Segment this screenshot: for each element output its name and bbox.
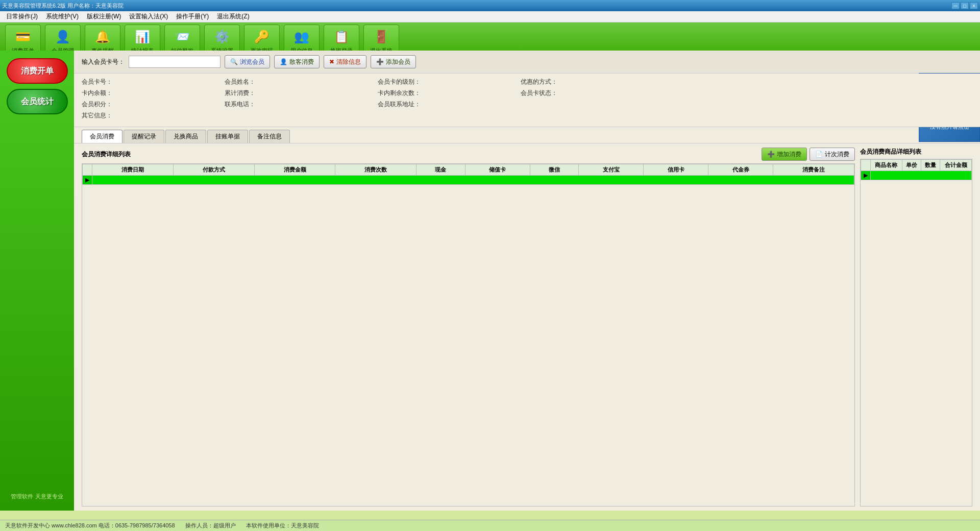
card-number-input[interactable] — [129, 56, 220, 68]
tab-pending-orders[interactable]: 挂账单据 — [207, 130, 248, 143]
sidebar-footer: 管理软件 天意更专业 — [11, 493, 63, 500]
window-controls: ─ □ × — [951, 2, 978, 9]
checkout-icon: 👤 — [280, 58, 287, 65]
title-text: 天意美容院管理系统6.2版 用户名称：天意美容院 — [2, 2, 124, 10]
col-indicator — [83, 164, 92, 176]
label-card-num: 会员卡号： — [82, 78, 117, 86]
left-table: 会员消费详细列表 ➕ 增加消费 📄 计次消费 — [82, 148, 855, 506]
label-discount: 优惠的方式： — [521, 78, 557, 86]
tab-member-consume[interactable]: 会员消费 — [82, 130, 122, 143]
left-table-title: 会员消费详细列表 — [82, 150, 131, 159]
add-member-button[interactable]: ➕ 添加会员 — [371, 55, 416, 68]
userinfo-icon: 👥 — [292, 28, 311, 46]
label-balance: 卡内余额： — [82, 89, 117, 98]
table-area: 会员消费详细列表 ➕ 增加消费 📄 计次消费 — [74, 143, 980, 511]
label-total-consume: 累计消费： — [225, 89, 260, 98]
exit-icon: 🚪 — [372, 28, 390, 46]
browse-member-button[interactable]: 🔍 浏览会员 — [225, 55, 270, 68]
menu-exit[interactable]: 退出系统(Z) — [213, 11, 253, 22]
col-unit-price: 单价 — [902, 160, 921, 171]
label-points: 会员积分： — [82, 100, 117, 109]
empty-row — [92, 176, 854, 185]
col-payment: 付款方式 — [173, 164, 254, 176]
tab-reminder-records[interactable]: 提醒记录 — [124, 130, 164, 143]
card-number-label: 输入会员卡号： — [82, 58, 125, 66]
consume-icon: 💳 — [14, 28, 32, 46]
col-goods-name: 商品名称 — [871, 160, 902, 171]
title-bar: 天意美容院管理系统6.2版 用户名称：天意美容院 ─ □ × — [0, 0, 980, 11]
right-table: 会员消费商品详细列表 商品名称 单价 数量 合计金额 — [860, 148, 972, 506]
col-total: 合计金额 — [940, 160, 972, 171]
menu-system-maint[interactable]: 系统维护(V) — [42, 11, 83, 22]
tabs: 会员消费 提醒记录 兑换商品 挂账单据 备注信息 — [74, 127, 980, 143]
label-card-status: 会员卡状态： — [521, 89, 557, 98]
status-company: 本软件使用单位：天意美容院 — [246, 522, 319, 529]
tab-notes[interactable]: 备注信息 — [249, 130, 290, 143]
label-other: 其它信息： — [82, 111, 117, 120]
menu-manual[interactable]: 操作手册(Y) — [172, 11, 213, 22]
label-remain-count: 卡内剩余次数： — [378, 89, 421, 98]
settings-icon: ⚙️ — [213, 28, 231, 46]
member-icon: 👤 — [54, 28, 72, 46]
col-stored-card: 储值卡 — [465, 164, 530, 176]
col-count: 消费次数 — [335, 164, 416, 176]
menu-daily-ops[interactable]: 日常操作(J) — [2, 11, 42, 22]
close-button[interactable]: × — [970, 2, 978, 9]
count-icon: 📄 — [815, 151, 823, 158]
report-icon: 📊 — [133, 28, 152, 46]
table-row-indicator-r: ▶ — [861, 171, 972, 180]
col-alipay: 支付宝 — [578, 164, 643, 176]
add-consume-icon: ➕ — [767, 151, 775, 158]
shift-icon: 📋 — [332, 28, 351, 46]
label-phone: 联系电话： — [225, 100, 260, 109]
col-credit: 信用卡 — [644, 164, 708, 176]
maximize-button[interactable]: □ — [961, 2, 969, 9]
password-icon: 🔑 — [253, 28, 271, 46]
col-indicator-r — [861, 160, 871, 171]
status-operator: 操作人员：超级用户 — [185, 522, 236, 529]
minimize-button[interactable]: ─ — [951, 2, 960, 9]
checkout-button[interactable]: 👤 散客消费 — [274, 55, 320, 68]
label-address: 会员联系地址： — [378, 100, 421, 109]
main-content: 输入会员卡号： 🔍 浏览会员 👤 散客消费 ✖ 清除信息 ➕ 添加会员 ⊘ 没有… — [74, 51, 980, 511]
browse-icon: 🔍 — [230, 58, 238, 65]
row-indicator-cell: ▶ — [83, 176, 92, 185]
col-wechat: 微信 — [530, 164, 578, 176]
left-table-actions: ➕ 增加消费 📄 计次消费 — [762, 148, 855, 161]
add-icon: ➕ — [376, 58, 384, 65]
search-bar: 输入会员卡号： 🔍 浏览会员 👤 散客消费 ✖ 清除信息 ➕ 添加会员 ⊘ 没有… — [74, 51, 980, 74]
sidebar: 消费开单 会员统计 管理软件 天意更专业 — [0, 51, 74, 511]
menu-copyright[interactable]: 版权注册(W) — [83, 11, 125, 22]
row-indicator-cell-r: ▶ — [861, 171, 871, 180]
sidebar-btn-member-stats[interactable]: 会员统计 — [7, 89, 68, 114]
tab-exchange-goods[interactable]: 兑换商品 — [165, 130, 206, 143]
goods-table: 商品名称 单价 数量 合计金额 ▶ — [861, 159, 972, 180]
col-date: 消费日期 — [92, 164, 174, 176]
col-note: 消费备注 — [773, 164, 854, 176]
clear-button[interactable]: ✖ 清除信息 — [324, 55, 366, 68]
label-card-level: 会员卡的级别： — [378, 78, 421, 86]
right-table-title: 会员消费商品详细列表 — [860, 148, 921, 156]
right-table-header: 会员消费商品详细列表 — [860, 148, 972, 156]
left-table-header: 会员消费详细列表 ➕ 增加消费 📄 计次消费 — [82, 148, 855, 161]
add-consume-button[interactable]: ➕ 增加消费 — [762, 148, 807, 161]
menu-input-method[interactable]: 设置输入法(X) — [125, 11, 172, 22]
empty-row-r — [871, 171, 972, 180]
label-member-name: 会员姓名： — [225, 78, 260, 86]
count-consume-button[interactable]: 📄 计次消费 — [810, 148, 855, 161]
consume-table: 消费日期 付款方式 消费金额 消费次数 现金 储值卡 微信 支付宝 信用卡 代金… — [82, 164, 854, 185]
clear-icon: ✖ — [329, 58, 334, 65]
col-cash: 现金 — [416, 164, 465, 176]
sms-icon: 📨 — [173, 28, 191, 46]
table-row-indicator: ▶ — [83, 176, 854, 185]
menu-bar: 日常操作(J) 系统维护(V) 版权注册(W) 设置输入法(X) 操作手册(Y)… — [0, 11, 980, 22]
reminder-icon: 🔔 — [93, 28, 112, 46]
sidebar-btn-consume[interactable]: 消费开单 — [7, 58, 68, 84]
member-info: 会员卡号： 会员姓名： 会员卡的级别： 优惠的方式： 卡内余额： 累计 — [74, 74, 980, 127]
status-dev: 天意软件开发中心 www.chle828.com 电话：0635-7987985… — [5, 522, 175, 529]
col-amount: 消费金额 — [254, 164, 335, 176]
col-quantity: 数量 — [921, 160, 940, 171]
col-voucher: 代金券 — [708, 164, 773, 176]
status-bar: 天意软件开发中心 www.chle828.com 电话：0635-7987985… — [0, 520, 980, 531]
